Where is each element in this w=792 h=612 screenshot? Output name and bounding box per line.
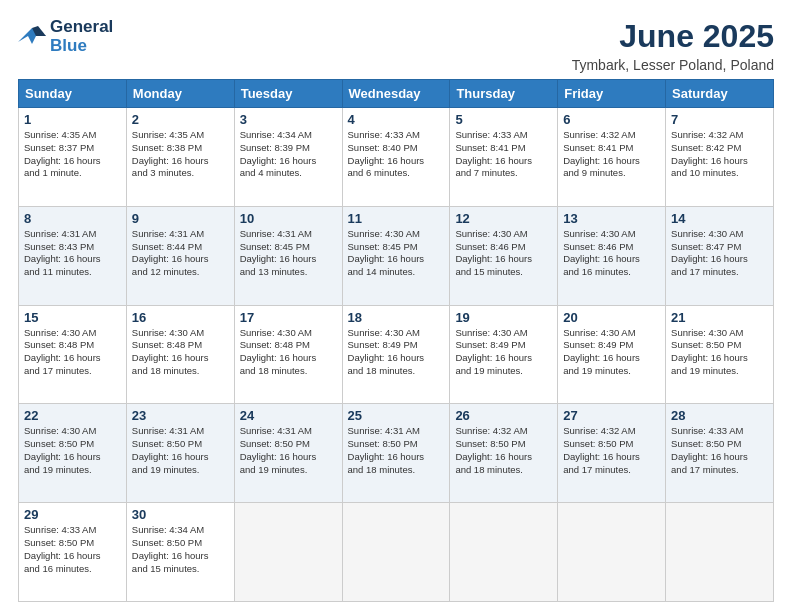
day-number: 17 [240,310,337,325]
table-cell: 14 Sunrise: 4:30 AMSunset: 8:47 PMDaylig… [666,206,774,305]
day-number: 2 [132,112,229,127]
day-number: 7 [671,112,768,127]
table-cell: 29 Sunrise: 4:33 AMSunset: 8:50 PMDaylig… [19,503,127,602]
cell-info: Sunrise: 4:31 AMSunset: 8:43 PMDaylight:… [24,228,101,277]
cell-info: Sunrise: 4:33 AMSunset: 8:50 PMDaylight:… [24,524,101,573]
cell-info: Sunrise: 4:30 AMSunset: 8:50 PMDaylight:… [24,425,101,474]
cell-info: Sunrise: 4:30 AMSunset: 8:50 PMDaylight:… [671,327,748,376]
cell-info: Sunrise: 4:34 AMSunset: 8:50 PMDaylight:… [132,524,209,573]
day-number: 27 [563,408,660,423]
cell-info: Sunrise: 4:31 AMSunset: 8:45 PMDaylight:… [240,228,317,277]
table-cell: 17 Sunrise: 4:30 AMSunset: 8:48 PMDaylig… [234,305,342,404]
day-number: 10 [240,211,337,226]
calendar-week-row: 22 Sunrise: 4:30 AMSunset: 8:50 PMDaylig… [19,404,774,503]
day-number: 1 [24,112,121,127]
day-number: 21 [671,310,768,325]
cell-info: Sunrise: 4:35 AMSunset: 8:38 PMDaylight:… [132,129,209,178]
day-number: 16 [132,310,229,325]
calendar-week-row: 29 Sunrise: 4:33 AMSunset: 8:50 PMDaylig… [19,503,774,602]
table-cell: 30 Sunrise: 4:34 AMSunset: 8:50 PMDaylig… [126,503,234,602]
table-cell: 27 Sunrise: 4:32 AMSunset: 8:50 PMDaylig… [558,404,666,503]
table-cell: 8 Sunrise: 4:31 AMSunset: 8:43 PMDayligh… [19,206,127,305]
table-cell: 24 Sunrise: 4:31 AMSunset: 8:50 PMDaylig… [234,404,342,503]
cell-info: Sunrise: 4:35 AMSunset: 8:37 PMDaylight:… [24,129,101,178]
day-number: 24 [240,408,337,423]
col-friday: Friday [558,80,666,108]
table-cell: 5 Sunrise: 4:33 AMSunset: 8:41 PMDayligh… [450,108,558,207]
table-cell: 11 Sunrise: 4:30 AMSunset: 8:45 PMDaylig… [342,206,450,305]
table-cell: 1 Sunrise: 4:35 AMSunset: 8:37 PMDayligh… [19,108,127,207]
calendar-week-row: 1 Sunrise: 4:35 AMSunset: 8:37 PMDayligh… [19,108,774,207]
cell-info: Sunrise: 4:33 AMSunset: 8:40 PMDaylight:… [348,129,425,178]
day-number: 20 [563,310,660,325]
cell-info: Sunrise: 4:30 AMSunset: 8:47 PMDaylight:… [671,228,748,277]
cell-info: Sunrise: 4:31 AMSunset: 8:50 PMDaylight:… [240,425,317,474]
day-number: 28 [671,408,768,423]
table-cell [342,503,450,602]
page: General Blue June 2025 Tymbark, Lesser P… [0,0,792,612]
day-number: 18 [348,310,445,325]
cell-info: Sunrise: 4:30 AMSunset: 8:46 PMDaylight:… [455,228,532,277]
cell-info: Sunrise: 4:32 AMSunset: 8:50 PMDaylight:… [563,425,640,474]
subtitle: Tymbark, Lesser Poland, Poland [572,57,774,73]
cell-info: Sunrise: 4:33 AMSunset: 8:41 PMDaylight:… [455,129,532,178]
table-cell: 9 Sunrise: 4:31 AMSunset: 8:44 PMDayligh… [126,206,234,305]
cell-info: Sunrise: 4:30 AMSunset: 8:46 PMDaylight:… [563,228,640,277]
title-block: June 2025 Tymbark, Lesser Poland, Poland [572,18,774,73]
table-cell [234,503,342,602]
table-cell: 6 Sunrise: 4:32 AMSunset: 8:41 PMDayligh… [558,108,666,207]
table-cell: 10 Sunrise: 4:31 AMSunset: 8:45 PMDaylig… [234,206,342,305]
day-number: 9 [132,211,229,226]
day-number: 29 [24,507,121,522]
day-number: 6 [563,112,660,127]
col-thursday: Thursday [450,80,558,108]
day-number: 3 [240,112,337,127]
table-cell: 20 Sunrise: 4:30 AMSunset: 8:49 PMDaylig… [558,305,666,404]
table-cell [450,503,558,602]
cell-info: Sunrise: 4:31 AMSunset: 8:50 PMDaylight:… [132,425,209,474]
table-cell: 23 Sunrise: 4:31 AMSunset: 8:50 PMDaylig… [126,404,234,503]
table-cell: 28 Sunrise: 4:33 AMSunset: 8:50 PMDaylig… [666,404,774,503]
cell-info: Sunrise: 4:32 AMSunset: 8:50 PMDaylight:… [455,425,532,474]
table-cell: 22 Sunrise: 4:30 AMSunset: 8:50 PMDaylig… [19,404,127,503]
day-number: 26 [455,408,552,423]
cell-info: Sunrise: 4:30 AMSunset: 8:48 PMDaylight:… [240,327,317,376]
day-number: 23 [132,408,229,423]
logo-text: General Blue [50,18,113,55]
day-number: 5 [455,112,552,127]
col-monday: Monday [126,80,234,108]
table-cell: 4 Sunrise: 4:33 AMSunset: 8:40 PMDayligh… [342,108,450,207]
col-sunday: Sunday [19,80,127,108]
cell-info: Sunrise: 4:30 AMSunset: 8:45 PMDaylight:… [348,228,425,277]
table-cell: 3 Sunrise: 4:34 AMSunset: 8:39 PMDayligh… [234,108,342,207]
cell-info: Sunrise: 4:31 AMSunset: 8:50 PMDaylight:… [348,425,425,474]
day-number: 12 [455,211,552,226]
table-cell: 25 Sunrise: 4:31 AMSunset: 8:50 PMDaylig… [342,404,450,503]
col-saturday: Saturday [666,80,774,108]
main-title: June 2025 [572,18,774,55]
calendar-week-row: 8 Sunrise: 4:31 AMSunset: 8:43 PMDayligh… [19,206,774,305]
day-number: 4 [348,112,445,127]
table-cell: 7 Sunrise: 4:32 AMSunset: 8:42 PMDayligh… [666,108,774,207]
table-cell: 19 Sunrise: 4:30 AMSunset: 8:49 PMDaylig… [450,305,558,404]
day-number: 22 [24,408,121,423]
cell-info: Sunrise: 4:32 AMSunset: 8:42 PMDaylight:… [671,129,748,178]
table-cell: 12 Sunrise: 4:30 AMSunset: 8:46 PMDaylig… [450,206,558,305]
cell-info: Sunrise: 4:33 AMSunset: 8:50 PMDaylight:… [671,425,748,474]
table-cell: 15 Sunrise: 4:30 AMSunset: 8:48 PMDaylig… [19,305,127,404]
day-number: 30 [132,507,229,522]
col-wednesday: Wednesday [342,80,450,108]
cell-info: Sunrise: 4:30 AMSunset: 8:49 PMDaylight:… [563,327,640,376]
table-cell: 13 Sunrise: 4:30 AMSunset: 8:46 PMDaylig… [558,206,666,305]
table-cell [666,503,774,602]
day-number: 13 [563,211,660,226]
day-number: 25 [348,408,445,423]
cell-info: Sunrise: 4:30 AMSunset: 8:49 PMDaylight:… [348,327,425,376]
cell-info: Sunrise: 4:30 AMSunset: 8:49 PMDaylight:… [455,327,532,376]
day-number: 19 [455,310,552,325]
day-number: 15 [24,310,121,325]
header: General Blue June 2025 Tymbark, Lesser P… [18,18,774,73]
cell-info: Sunrise: 4:34 AMSunset: 8:39 PMDaylight:… [240,129,317,178]
cell-info: Sunrise: 4:30 AMSunset: 8:48 PMDaylight:… [24,327,101,376]
calendar-week-row: 15 Sunrise: 4:30 AMSunset: 8:48 PMDaylig… [19,305,774,404]
